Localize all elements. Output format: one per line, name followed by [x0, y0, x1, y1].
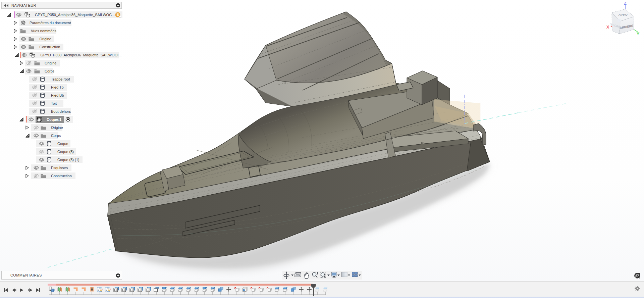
svg-text:X: X	[606, 24, 609, 30]
svg-text:E: E	[116, 13, 119, 16]
svg-text:Y: Y	[637, 31, 640, 36]
svg-text:HAUT: HAUT	[617, 13, 628, 16]
svg-text:Z: Z	[624, 1, 627, 6]
